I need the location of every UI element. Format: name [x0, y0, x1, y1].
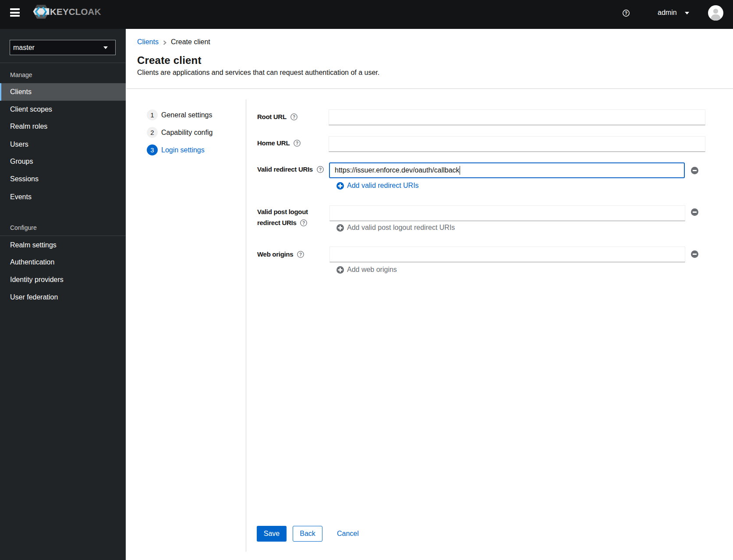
svg-text:?: ?	[319, 167, 322, 172]
svg-text:?: ?	[303, 220, 305, 225]
svg-text:?: ?	[296, 141, 298, 145]
svg-text:KEYCLOAK: KEYCLOAK	[50, 7, 101, 17]
svg-text:?: ?	[293, 114, 295, 119]
svg-text:?: ?	[625, 11, 627, 16]
svg-text:?: ?	[299, 252, 302, 257]
